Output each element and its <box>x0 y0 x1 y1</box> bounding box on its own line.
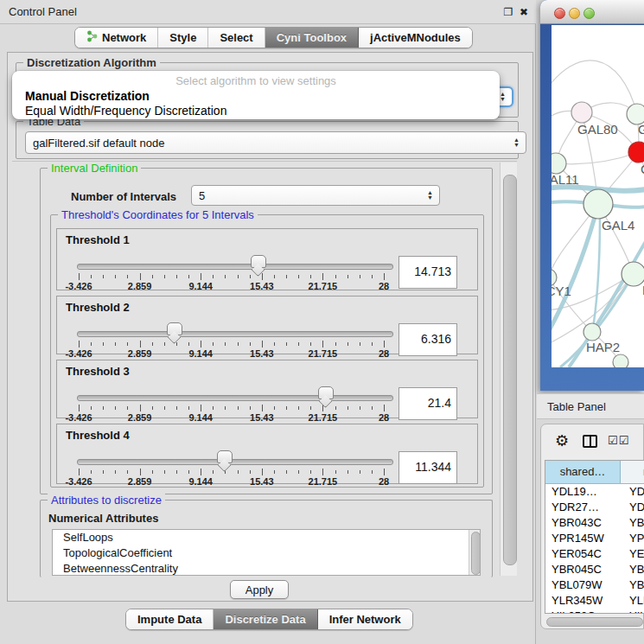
tick-label: 2.859 <box>128 348 152 359</box>
slider-thumb[interactable] <box>167 322 182 335</box>
tick-label: 28 <box>379 281 389 291</box>
slider-tick-labels: -3.4262.8599.14415.4321.71528 <box>79 281 384 291</box>
tick-label: -3.426 <box>65 412 92 423</box>
cell-name[interactable]: YBR043C <box>626 515 644 531</box>
cell-shared-name[interactable]: YBL079W <box>545 577 626 593</box>
cell-name[interactable]: YER054C <box>626 546 644 562</box>
tab-select-label: Select <box>220 31 252 44</box>
network-node[interactable] <box>552 153 566 174</box>
network-window-titlebar[interactable] <box>540 0 644 24</box>
cell-name[interactable]: YBR045C <box>626 562 644 577</box>
cell-shared-name[interactable]: YBR045C <box>545 562 626 577</box>
vertical-scrollbar-thumb[interactable] <box>503 175 517 565</box>
float-window-icon[interactable]: ❐ <box>501 5 515 19</box>
cell-shared-name[interactable]: YDL19… <box>545 484 626 500</box>
tab-network[interactable]: Network <box>75 28 158 48</box>
table-row[interactable]: YER054CYER054C <box>545 546 644 562</box>
cell-name[interactable]: YDR27 <box>626 500 644 515</box>
cell-shared-name[interactable]: YDR27… <box>545 500 626 515</box>
table-panel-titlebar: Table Panel <box>537 393 644 419</box>
network-node[interactable] <box>571 102 592 123</box>
cell-name[interactable]: YIL052C <box>626 609 644 614</box>
slider-thumb[interactable] <box>318 386 334 399</box>
column-header-name[interactable]: name <box>621 461 644 483</box>
slider-track[interactable] <box>77 331 393 337</box>
slider-track[interactable] <box>77 264 393 270</box>
list-scrollbar-thumb[interactable] <box>471 532 481 575</box>
cell-name[interactable]: YDL19 <box>626 484 644 500</box>
table-row[interactable]: YBL079WYBL079W <box>545 577 644 593</box>
threshold-3-value-field[interactable]: 21.4 <box>399 387 457 420</box>
close-panel-icon[interactable]: ✖ <box>517 5 531 19</box>
threshold-2-panel: Threshold 2 -3.4262.8599.14415.4321.7152… <box>56 296 478 354</box>
minimize-traffic-light[interactable] <box>569 8 580 19</box>
table-row[interactable]: YDR27…YDR27 <box>545 500 644 515</box>
slider-thumb[interactable] <box>251 255 266 268</box>
tab-impute-data[interactable]: Impute Data <box>126 609 214 629</box>
split-columns-icon[interactable] <box>583 435 597 448</box>
cell-shared-name[interactable]: YPR145W <box>545 531 626 546</box>
threshold-2-slider[interactable]: -3.4262.8599.14415.4321.71528 <box>77 296 392 354</box>
column-header-shared-name[interactable]: shared… <box>545 461 621 483</box>
gear-icon[interactable]: ⚙ <box>555 431 569 450</box>
network-node[interactable] <box>583 323 601 341</box>
zoom-traffic-light[interactable] <box>583 8 595 19</box>
slider-track[interactable] <box>77 459 393 465</box>
table-row[interactable]: YPR145WYPR145W <box>545 531 644 546</box>
network-node[interactable] <box>613 354 628 367</box>
numerical-attributes-list[interactable]: SelfLoopsTopologicalCoefficientBetweenne… <box>52 529 481 576</box>
tab-cyni-toolbox[interactable]: Cyni Toolbox <box>265 28 359 48</box>
slider-track[interactable] <box>77 395 393 401</box>
threshold-2-value-field[interactable]: 6.316 <box>399 323 457 356</box>
slider-ticks <box>79 405 384 411</box>
tab-infer-network[interactable]: Infer Network <box>318 609 412 629</box>
cell-name[interactable]: YLR345W <box>626 593 644 609</box>
numerical-attributes-label: Numerical Attributes <box>48 512 158 525</box>
dropdown-prompt[interactable]: Select algorithm to view settings <box>12 71 500 89</box>
cell-name[interactable]: YBL079W <box>626 577 644 593</box>
table-row[interactable]: YIL052CYIL052C <box>545 609 644 614</box>
control-panel-title: Control Panel <box>9 5 77 18</box>
table-data-combobox[interactable]: galFiltered.sif default node ▲▼ <box>25 131 526 154</box>
cell-shared-name[interactable]: YER054C <box>545 546 626 562</box>
table-row[interactable]: YBR043CYBR043C <box>545 515 644 531</box>
attribute-list-item[interactable]: TopologicalCoefficient <box>53 545 480 561</box>
table-row[interactable]: YDL19…YDL19 <box>545 484 644 500</box>
tab-discretize-data-label: Discretize Data <box>225 613 305 626</box>
checkbox-icons[interactable]: ☑☑ <box>608 434 629 447</box>
tab-jactivemnodules[interactable]: jActiveMNodules <box>359 28 472 48</box>
network-node[interactable] <box>628 142 644 163</box>
apply-button[interactable]: Apply <box>230 580 289 599</box>
network-node[interactable] <box>622 262 644 286</box>
number-of-intervals-combobox[interactable]: 5 ▲▼ <box>191 185 440 206</box>
threshold-1-value-field[interactable]: 14.713 <box>399 256 457 289</box>
table-row[interactable]: YBR045CYBR045C <box>545 562 644 577</box>
tab-style[interactable]: Style <box>158 28 208 48</box>
list-scrollbar-track[interactable] <box>469 530 480 576</box>
vertical-scrollbar-track[interactable] <box>500 163 517 576</box>
dropdown-item-equal-width[interactable]: Equal Width/Frequency Discretization <box>12 104 500 118</box>
cell-name[interactable]: YPR145W <box>626 531 644 546</box>
close-traffic-light[interactable] <box>554 8 565 19</box>
tab-select[interactable]: Select <box>208 28 265 48</box>
threshold-4-slider[interactable]: -3.4262.8599.14415.4321.71528 <box>77 424 392 483</box>
table-hscrollbar-thumb[interactable] <box>546 617 643 627</box>
network-node[interactable] <box>583 189 613 219</box>
table-row[interactable]: YLR345WYLR345W <box>545 593 644 609</box>
tab-discretize-data[interactable]: Discretize Data <box>214 609 317 629</box>
dropdown-item-manual[interactable]: Manual Discretization <box>12 89 500 104</box>
attribute-list-item[interactable]: SelfLoops <box>53 530 480 545</box>
threshold-1-slider[interactable]: -3.4262.8599.14415.4321.71528 <box>77 229 392 290</box>
threshold-4-value-field[interactable]: 11.344 <box>399 451 457 484</box>
slider-ticks <box>79 341 384 348</box>
tick-label: 9.144 <box>188 348 213 359</box>
cell-shared-name[interactable]: YLR345W <box>545 593 626 609</box>
network-canvas[interactable]: GAL80G.CGAL11GAL4GCY1HHAP2 <box>552 25 644 367</box>
cell-shared-name[interactable]: YBR043C <box>545 515 626 531</box>
slider-thumb[interactable] <box>217 450 233 463</box>
threshold-3-slider[interactable]: -3.4262.8599.14415.4321.71528 <box>77 360 392 418</box>
network-node-label: GCY1 <box>552 284 571 298</box>
cell-shared-name[interactable]: YIL052C <box>545 609 626 614</box>
attribute-list-item[interactable]: BetweennessCentrality <box>53 561 480 576</box>
table-hscrollbar-track[interactable] <box>545 616 644 627</box>
